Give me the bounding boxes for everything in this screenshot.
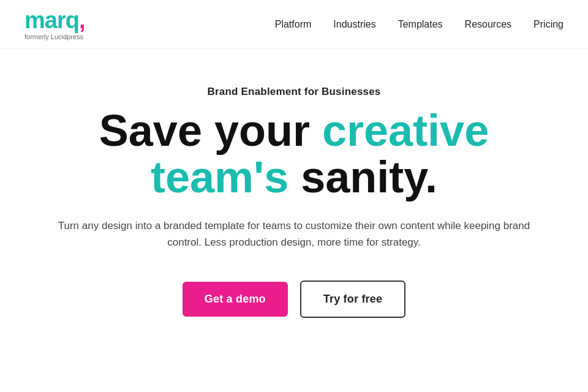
nav-item-pricing[interactable]: Pricing	[533, 19, 564, 30]
hero-title: Save your creativeteam's sanity.	[99, 108, 489, 200]
hero-title-highlight2: team's	[151, 153, 288, 202]
nav-item-resources[interactable]: Resources	[465, 19, 511, 30]
hero-title-part3: sanity.	[288, 153, 437, 202]
logo-formerly: formerly Lucidpress	[24, 33, 85, 40]
logo-comma: ,	[79, 7, 85, 33]
hero-title-highlight1: creative	[322, 106, 489, 155]
nav-item-platform[interactable]: Platform	[275, 19, 312, 30]
nav-item-industries[interactable]: Industries	[333, 19, 375, 30]
hero-section: Brand Enablement for Businesses Save you…	[0, 49, 588, 342]
hero-buttons: Get a demo Try for free	[183, 281, 405, 318]
main-content: Brand Enablement for Businesses Save you…	[0, 49, 588, 342]
nav-item-templates[interactable]: Templates	[398, 19, 443, 30]
logo-name: marq	[24, 7, 79, 33]
main-nav: Platform Industries Templates Resources …	[275, 19, 564, 30]
hero-title-part1: Save your	[99, 106, 322, 155]
hero-subtitle: Brand Enablement for Businesses	[208, 86, 381, 98]
logo[interactable]: marq, formerly Lucidpress	[24, 9, 85, 40]
try-free-button[interactable]: Try for free	[300, 281, 405, 318]
logo-text: marq,	[24, 9, 85, 32]
get-demo-button[interactable]: Get a demo	[183, 282, 288, 317]
hero-description: Turn any design into a branded template …	[43, 217, 545, 251]
header: marq, formerly Lucidpress Platform Indus…	[0, 0, 588, 49]
